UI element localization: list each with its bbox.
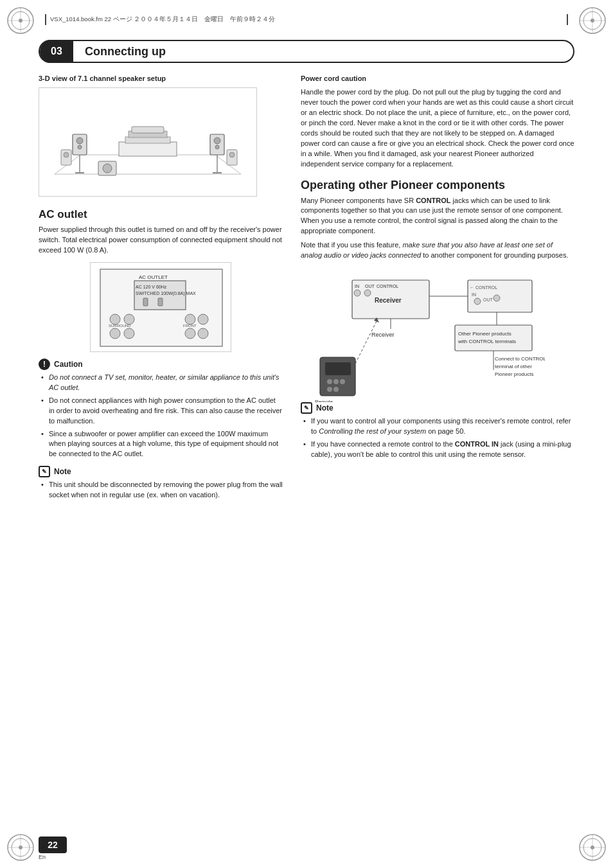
caution-item-1-text: Do not connect a TV set, monitor, heater… <box>49 373 280 391</box>
svg-text:with CONTROL terminals: with CONTROL terminals <box>458 339 516 344</box>
svg-point-57 <box>185 328 195 339</box>
svg-text:IN: IN <box>355 284 359 288</box>
svg-rect-50 <box>158 298 163 306</box>
caution-header: ! Caution <box>39 359 283 370</box>
svg-point-34 <box>215 145 219 149</box>
operating-pioneer-body2: Note that if you use this feature, make … <box>301 240 574 261</box>
meta-text: VSX_1014.book.fm 22 ページ ２００４年５月１４日 金曜日 午… <box>50 15 275 24</box>
svg-point-53 <box>185 314 195 324</box>
svg-line-91 <box>355 319 378 364</box>
svg-text:OUT: OUT <box>365 284 375 288</box>
svg-point-54 <box>198 314 208 324</box>
chapter-number: 03 <box>40 40 73 63</box>
svg-point-58 <box>198 328 208 339</box>
corner-decoration-tl <box>5 5 36 36</box>
svg-rect-49 <box>143 298 148 306</box>
caution-label: Caution <box>54 360 83 369</box>
svg-rect-41 <box>132 127 164 133</box>
note-item-right-1: If you want to control all your componen… <box>303 416 574 437</box>
svg-point-29 <box>78 145 82 149</box>
note-box-left: ✎ Note This unit should be disconnected … <box>39 466 283 500</box>
svg-point-40 <box>229 152 235 157</box>
svg-rect-82 <box>325 362 351 375</box>
svg-text:← CONTROL: ← CONTROL <box>470 285 497 290</box>
svg-text:Connect to CONTROL: Connect to CONTROL <box>495 356 545 362</box>
operating-pioneer-heading: Operating other Pioneer components <box>301 179 574 192</box>
note-label-left: Note <box>54 467 71 476</box>
svg-text:AC 120 V 60Hz: AC 120 V 60Hz <box>136 285 167 289</box>
operating-pioneer-body1: Many Pioneer components have SR CONTROL … <box>301 196 574 237</box>
svg-rect-77 <box>455 325 532 351</box>
svg-point-55 <box>110 328 120 339</box>
note-box-right: ✎ Note If you want to control all your c… <box>301 402 574 460</box>
svg-point-67 <box>364 290 371 296</box>
svg-point-84 <box>333 379 339 384</box>
note-label-right: Note <box>316 403 333 412</box>
svg-text:FRONT: FRONT <box>183 324 197 328</box>
note-item-left-1: This unit should be disconnected by remo… <box>41 480 283 500</box>
speaker-diagram <box>39 87 257 197</box>
svg-point-43 <box>103 164 112 173</box>
svg-rect-25 <box>125 137 170 143</box>
svg-text:CONTROL: CONTROL <box>377 284 398 288</box>
svg-point-83 <box>327 379 332 384</box>
chapter-title: Connecting up <box>73 45 166 58</box>
ac-outlet-heading: AC outlet <box>39 208 283 221</box>
page-number: 22 <box>39 837 67 853</box>
svg-point-85 <box>340 379 345 384</box>
left-column: 3-D view of 7.1 channel speaker setup <box>39 75 283 507</box>
svg-point-66 <box>354 290 360 296</box>
ac-outlet-diagram: AC OUTLET AC 120 V 60Hz SWITCHED 100W(0.… <box>90 262 231 352</box>
svg-text:SWITCHED 100W(0.8A) MAX: SWITCHED 100W(0.8A) MAX <box>136 291 196 296</box>
ac-outlet-body: Power supplied through this outlet is tu… <box>39 225 283 256</box>
svg-text:Receiver: Receiver <box>371 332 395 338</box>
note-header-right: ✎ Note <box>301 402 574 414</box>
svg-point-52 <box>124 314 134 324</box>
svg-point-38 <box>64 152 69 157</box>
svg-text:SURROUND: SURROUND <box>109 324 131 328</box>
speaker-diagram-title: 3-D view of 7.1 channel speaker setup <box>39 75 283 82</box>
svg-text:Pioneer products: Pioneer products <box>495 371 533 377</box>
power-cord-heading: Power cord caution <box>301 75 574 82</box>
chapter-header: 03 Connecting up <box>39 40 574 63</box>
svg-point-56 <box>124 328 134 339</box>
caution-box: ! Caution Do not connect a TV set, monit… <box>39 359 283 460</box>
svg-text:terminal of other: terminal of other <box>495 364 532 369</box>
caution-item-1: Do not connect a TV set, monitor, heater… <box>41 373 283 393</box>
svg-text:OUT: OUT <box>483 297 493 302</box>
right-column: Power cord caution Handle the power cord… <box>301 75 574 507</box>
svg-point-86 <box>327 387 332 392</box>
note-item-right-2: If you have connected a remote control t… <box>303 439 574 460</box>
corner-decoration-tr <box>577 5 608 36</box>
caution-icon: ! <box>39 359 50 370</box>
caution-item-2: Do not connect appliances with high powe… <box>41 396 283 427</box>
svg-text:Other Pioneer products: Other Pioneer products <box>458 331 511 337</box>
svg-text:IN: IN <box>472 292 476 297</box>
two-column-layout: 3-D view of 7.1 channel speaker setup <box>39 75 574 507</box>
page-lang: En <box>39 854 46 860</box>
footer: 22 En <box>39 837 67 860</box>
svg-point-33 <box>214 137 220 144</box>
note-header-left: ✎ Note <box>39 466 283 477</box>
svg-text:Remote: Remote <box>315 399 333 402</box>
svg-point-73 <box>474 298 481 305</box>
control-diagram: Receiver IN OUT CONTROL Receiver ← CONTR… <box>301 267 574 396</box>
note-icon-right: ✎ <box>301 402 312 414</box>
corner-decoration-bl <box>5 832 36 863</box>
svg-point-51 <box>110 314 120 324</box>
svg-point-87 <box>333 387 339 392</box>
svg-text:AC OUTLET: AC OUTLET <box>139 274 168 280</box>
meta-bar: VSX_1014.book.fm 22 ページ ２００４年５月１４日 金曜日 午… <box>45 14 568 25</box>
note-list-left: This unit should be disconnected by remo… <box>39 480 283 500</box>
caution-list: Do not connect a TV set, monitor, heater… <box>39 373 283 460</box>
main-content: 3-D view of 7.1 channel speaker setup <box>39 75 574 829</box>
caution-item-3: Since a subwoofer or power amplifier can… <box>41 429 283 460</box>
svg-point-75 <box>493 295 500 301</box>
power-cord-body: Handle the power cord by the plug. Do no… <box>301 87 574 170</box>
note-icon-left: ✎ <box>39 466 50 477</box>
svg-text:Receiver: Receiver <box>375 297 402 304</box>
svg-point-28 <box>76 137 83 144</box>
note-list-right: If you want to control all your componen… <box>301 416 574 460</box>
corner-decoration-br <box>577 832 608 863</box>
svg-rect-24 <box>119 142 177 156</box>
